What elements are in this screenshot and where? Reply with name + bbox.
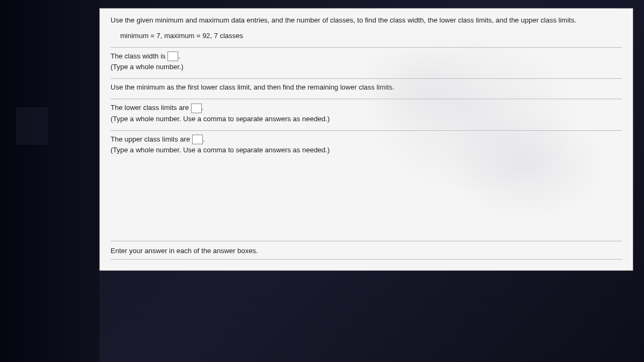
- upper-limits-label-before: The upper class limits are: [111, 135, 192, 143]
- lower-limits-label-after: .: [202, 104, 204, 112]
- separator: [111, 130, 622, 131]
- content-area: Use the given minimum and maximum data e…: [100, 9, 633, 168]
- left-dark-edge: [0, 0, 99, 362]
- monitor-background: Use the given minimum and maximum data e…: [0, 0, 644, 362]
- lower-limits-hint: (Type a whole number. Use a comma to sep…: [111, 114, 622, 125]
- separator: [111, 78, 622, 79]
- upper-limits-hint: (Type a whole number. Use a comma to sep…: [111, 145, 622, 156]
- upper-limits-input[interactable]: [192, 135, 203, 144]
- class-width-hint: (Type a whole number.): [111, 62, 622, 73]
- question-panel: Use the given minimum and maximum data e…: [99, 8, 633, 271]
- upper-limits-label-after: .: [203, 135, 205, 143]
- lower-limits-instruction: Use the minimum as the first lower class…: [111, 82, 622, 93]
- class-width-input[interactable]: [167, 51, 178, 61]
- separator: [111, 99, 622, 99]
- question-data: minimum = 7, maximum = 92, 7 classes: [120, 31, 622, 42]
- separator: [111, 47, 622, 48]
- class-width-label-after: .: [178, 52, 180, 60]
- footer-text: Enter your answer in each of the answer …: [111, 247, 258, 255]
- lower-limits-input[interactable]: [191, 104, 202, 113]
- left-panel-shadow: [16, 107, 48, 145]
- footer-area: Enter your answer in each of the answer …: [111, 241, 622, 260]
- lower-limits-section: The lower class limits are . (Type a who…: [111, 102, 622, 125]
- upper-limits-section: The upper class limits are . (Type a who…: [111, 134, 622, 157]
- lower-limits-label-before: The lower class limits are: [111, 104, 191, 112]
- footer-separator: [111, 259, 622, 260]
- question-prompt: Use the given minimum and maximum data e…: [111, 15, 622, 26]
- class-width-section: The class width is . (Type a whole numbe…: [111, 51, 622, 73]
- class-width-label-before: The class width is: [111, 52, 167, 60]
